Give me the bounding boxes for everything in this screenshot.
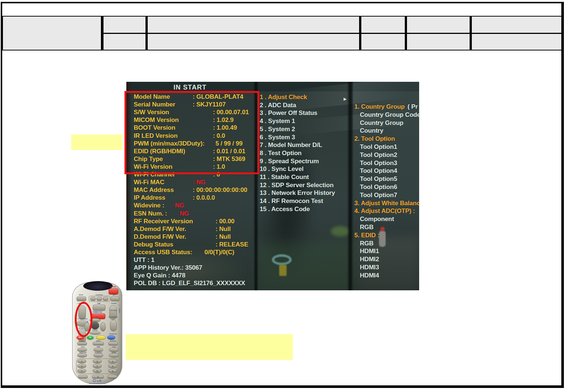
submenu-item: RGB (354, 223, 419, 231)
submenu-item: Country (354, 127, 419, 135)
menu-item: 9 . Spread Spectrum (260, 157, 348, 165)
info-label: UTT : 1 (134, 256, 154, 264)
remote-digit-button: 2 (93, 359, 102, 363)
remote-function-button (94, 348, 103, 352)
remote-time-button (93, 305, 105, 311)
info-label: APP History Ver.: 35067 (134, 264, 202, 272)
remote-menu-button (93, 342, 104, 345)
info-label: D.Demod F/W Ver. (134, 233, 186, 241)
submenu-item: HDMI2 (354, 255, 419, 263)
remote-power-label: POWER (108, 286, 119, 288)
remote-bottom-button (108, 375, 117, 378)
info-value: : RELEASE (215, 241, 248, 248)
info-line: A.Demod F/W Ver.: Null (134, 225, 299, 233)
info-line: Access USB Status:0/0(T)/0(C) (134, 248, 299, 256)
menu-item: 1 . Adjust Check▶ (260, 93, 348, 101)
lg-logo-icon (93, 379, 96, 382)
remote-mute-button (77, 297, 86, 301)
remote-tagline: ADJUST REMOCON (79, 383, 116, 385)
menu-item: 8 . Test Option (260, 149, 348, 157)
menu-item: 3 . Power Off Status (260, 109, 348, 117)
menu-item: 14 . RF Remocon Test (260, 197, 348, 205)
remote-front-av-label: FRONT A/V (105, 333, 122, 335)
info-label: RF Receiver Version (134, 217, 193, 225)
info-label: Access USB Status: (134, 248, 192, 256)
info-label: POL DB : LGD_ELF_SI2176_XXXXXXX (134, 279, 245, 287)
remote-digit-button: 9 (108, 369, 117, 373)
menu-item: 11 . Stable Count (260, 173, 348, 181)
remote-function-button (77, 353, 87, 357)
submenu-item: HDMI4 (354, 272, 419, 280)
remote-blue-button (107, 335, 115, 340)
info-value: : Null (215, 225, 231, 233)
remote-in-stop-button (108, 342, 118, 345)
submenu-item: HDMI3 (354, 263, 419, 272)
remote-ok-button: OK (87, 335, 94, 340)
menu-item: 4 . System 1 (260, 117, 348, 125)
remote-function-button (109, 348, 119, 352)
info-line: APP History Ver.: 35067 (134, 264, 299, 272)
remote-power-button (109, 288, 118, 294)
info-label: Wi-Fi MAC (134, 178, 164, 186)
menu-item: 13 . Network Error History (260, 189, 348, 197)
submenu-item: 5. EDID : (354, 231, 419, 239)
remote-eye-button (77, 342, 87, 345)
info-value: : 00:00:00:00:00:00 (193, 186, 247, 194)
menu-item: 15 . Access Code (260, 205, 348, 213)
remote-button (96, 297, 102, 301)
info-line: UTT : 1 (134, 256, 299, 264)
menu-item: 12 . SDP Server Selection (260, 181, 348, 189)
remote-button (103, 297, 108, 301)
submenu-item: 1. Country Group( Pr (354, 103, 419, 111)
info-line: D.Demod F/W Ver.: Null (134, 233, 299, 241)
submenu-item: Tool Option5 (354, 175, 419, 183)
remote-digit-button: 4 (77, 364, 86, 368)
remote-enter-label: ENTER (90, 330, 101, 331)
red-annotation-rect (124, 91, 259, 174)
submenu-item: Tool Option7 (354, 191, 419, 199)
lg-logo: LG (87, 379, 108, 382)
submenu-item: 2. Tool Option (354, 135, 419, 143)
info-label: Eye Q Gain : 4478 (134, 272, 185, 279)
info-label: Debug Status (134, 241, 173, 248)
screen-menu: 1 . Adjust Check▶2 . ADC Data3 . Power O… (260, 93, 348, 213)
submenu-item: Country Group (354, 119, 419, 127)
document-page: IN START Model Name: GLOBAL-PLAT4Serial … (0, 0, 565, 392)
red-annotation-ellipse (75, 302, 92, 337)
remote-digit-button: 5 (93, 364, 102, 368)
submenu-item: Tool Option6 (354, 183, 419, 191)
menu-item: 5 . System 2 (260, 125, 348, 133)
remote-multimedia-button (110, 320, 117, 331)
remote-picture-label: PICTURE (106, 310, 121, 312)
remote-digit-button: 6 (108, 364, 117, 368)
remote-digit-button: 7 (77, 369, 86, 373)
remote-multimedia-label: MULTIMEDIA (105, 316, 122, 318)
remote-button (90, 297, 96, 301)
info-label: MAC Address (134, 186, 174, 194)
screen-submenu: 1. Country Group( PrCountry Group CodeCo… (354, 103, 419, 280)
info-value: NG (180, 210, 189, 217)
info-label: Widevine : (134, 202, 164, 209)
remote-digit-zero-button: 0 (92, 375, 104, 378)
submenu-item: Tool Option2 (354, 151, 419, 159)
remote-digit-button: 1 (77, 359, 86, 363)
menu-item: 10 . Sync Level (260, 165, 348, 173)
info-value: : 00.00 (215, 217, 235, 225)
info-label: A.Demod F/W Ver. (134, 225, 186, 233)
submenu-item: 3. Adjust White Balanc (354, 199, 419, 207)
remote-yellow-button (96, 335, 106, 340)
info-value: NG (175, 202, 184, 209)
info-line: Eye Q Gain : 4478 (134, 272, 299, 279)
remote-function-button (94, 353, 103, 357)
submenu-item-suffix: ( Pr (408, 103, 418, 110)
remote-ir-window-icon (83, 281, 113, 291)
menu-item: 2 . ADC Data (260, 101, 348, 109)
highlight-box-left (71, 134, 122, 150)
highlight-box-bottom (126, 334, 293, 360)
info-value: : NG (193, 178, 206, 186)
info-value: : Null (215, 233, 231, 241)
submenu-item: Component (354, 215, 419, 223)
remote-function-button (109, 353, 119, 357)
submenu-item: RGB (354, 239, 419, 248)
menu-item: 7 . Model Number D/L (260, 141, 348, 149)
